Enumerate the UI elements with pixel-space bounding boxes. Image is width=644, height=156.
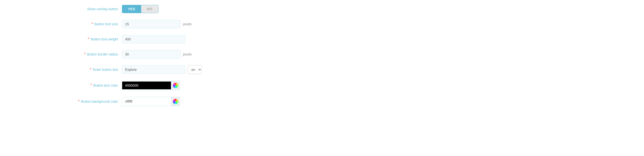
font-size-required: *: [92, 22, 93, 26]
border-radius-suffix: pixels: [183, 52, 192, 56]
bg-color-required: *: [78, 99, 80, 104]
font-weight-label: * Button font weight: [49, 37, 122, 41]
text-color-picker-button[interactable]: [171, 81, 180, 90]
button-text-input[interactable]: [122, 65, 185, 74]
bg-color-input[interactable]: [122, 98, 171, 105]
text-color-input[interactable]: [122, 82, 171, 89]
font-size-row: * Button font size pixels: [49, 20, 220, 28]
language-select[interactable]: en fr de: [188, 65, 202, 74]
font-weight-row: * Button font weight: [49, 35, 220, 43]
font-size-input-group: pixels: [122, 20, 192, 28]
text-color-required: *: [90, 83, 92, 88]
button-text-required: *: [90, 67, 92, 72]
button-text-input-group: en fr de: [122, 65, 202, 74]
text-color-label: * Button text color: [49, 83, 122, 88]
font-weight-label-text: Button font weight: [91, 37, 118, 41]
button-text-label: * Enter button text: [49, 67, 122, 72]
bg-color-picker-button[interactable]: [171, 97, 180, 106]
toggle-yes-button[interactable]: YES: [122, 5, 141, 13]
bg-color-label: * Button background color: [49, 99, 122, 104]
border-radius-label: * Button border radius: [49, 52, 122, 56]
text-color-row: * Button text color: [49, 81, 220, 90]
settings-form: Show overlay button YES NO * Button font…: [49, 0, 220, 118]
border-radius-input-group: pixels: [122, 50, 192, 58]
border-radius-required: *: [84, 52, 86, 56]
button-text-label-text: Enter button text: [93, 68, 118, 72]
border-radius-input[interactable]: [122, 50, 180, 58]
font-size-input[interactable]: [122, 20, 180, 28]
toggle-no-button[interactable]: NO: [141, 5, 158, 13]
show-overlay-toggle[interactable]: YES NO: [122, 5, 158, 13]
show-overlay-label: Show overlay button: [49, 7, 122, 11]
font-size-suffix: pixels: [183, 22, 192, 26]
show-overlay-label-text: Show overlay button: [87, 7, 118, 11]
text-color-box: [122, 81, 180, 90]
bg-color-label-text: Button background color: [81, 100, 118, 103]
font-weight-required: *: [88, 37, 89, 41]
bg-color-input-group: [122, 97, 180, 106]
font-weight-input[interactable]: [122, 35, 185, 43]
border-radius-label-text: Button border radius: [87, 52, 118, 56]
show-overlay-row: Show overlay button YES NO: [49, 5, 220, 13]
font-size-label: * Button font size: [49, 22, 122, 26]
bg-color-wheel-icon: [173, 99, 178, 104]
font-size-label-text: Button font size: [94, 22, 118, 26]
text-color-input-group: [122, 81, 180, 90]
bg-color-row: * Button background color: [49, 97, 220, 106]
button-text-row: * Enter button text en fr de: [49, 65, 220, 74]
border-radius-row: * Button border radius pixels: [49, 50, 220, 58]
bg-color-box: [122, 97, 180, 106]
text-color-label-text: Button text color: [94, 83, 118, 87]
color-wheel-icon: [173, 83, 178, 88]
